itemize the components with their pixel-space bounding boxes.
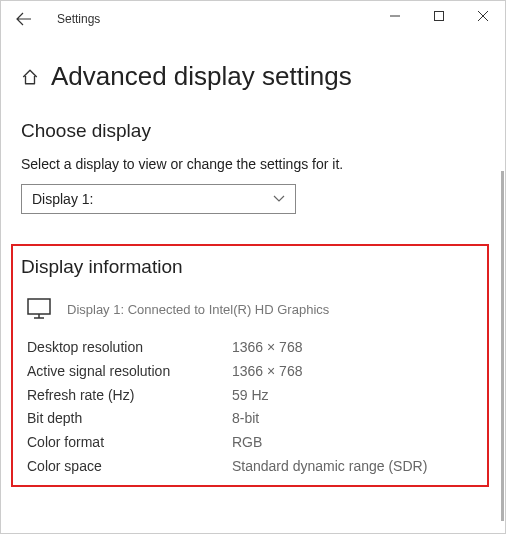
- titlebar: Settings: [1, 1, 505, 37]
- spec-value: 8-bit: [232, 407, 259, 431]
- spec-value: 1366 × 768: [232, 336, 302, 360]
- spec-row: Color formatRGB: [27, 431, 485, 455]
- spec-value: 1366 × 768: [232, 360, 302, 384]
- spec-row: Refresh rate (Hz)59 Hz: [27, 384, 485, 408]
- arrow-left-icon: [16, 11, 32, 27]
- page-title: Advanced display settings: [51, 61, 352, 92]
- close-icon: [478, 11, 488, 21]
- spec-label: Desktop resolution: [27, 336, 232, 360]
- svg-rect-1: [435, 12, 444, 21]
- spec-value: 59 Hz: [232, 384, 269, 408]
- chevron-down-icon: [273, 192, 285, 206]
- monitor-icon: [27, 298, 51, 320]
- spec-row: Bit depth8-bit: [27, 407, 485, 431]
- spec-label: Bit depth: [27, 407, 232, 431]
- choose-display-section: Choose display Select a display to view …: [21, 120, 485, 214]
- maximize-icon: [434, 11, 444, 21]
- spec-row: Color spaceStandard dynamic range (SDR): [27, 455, 485, 479]
- window-title: Settings: [57, 12, 100, 26]
- spec-row: Desktop resolution1366 × 768: [27, 336, 485, 360]
- minimize-icon: [390, 11, 400, 21]
- minimize-button[interactable]: [373, 1, 417, 31]
- spec-value: RGB: [232, 431, 262, 455]
- display-information-heading: Display information: [21, 256, 485, 278]
- maximize-button[interactable]: [417, 1, 461, 31]
- svg-rect-4: [28, 299, 50, 314]
- spec-label: Color space: [27, 455, 232, 479]
- content-area: Advanced display settings Choose display…: [1, 37, 505, 487]
- spec-label: Refresh rate (Hz): [27, 384, 232, 408]
- spec-table: Desktop resolution1366 × 768Active signa…: [27, 336, 485, 479]
- back-button[interactable]: [9, 4, 39, 34]
- spec-label: Color format: [27, 431, 232, 455]
- display-select-value: Display 1:: [32, 191, 93, 207]
- close-button[interactable]: [461, 1, 505, 31]
- scrollbar[interactable]: [501, 171, 504, 521]
- page-header: Advanced display settings: [21, 61, 485, 92]
- window-controls: [373, 1, 505, 31]
- spec-row: Active signal resolution1366 × 768: [27, 360, 485, 384]
- choose-display-description: Select a display to view or change the s…: [21, 156, 485, 172]
- connected-display-text: Display 1: Connected to Intel(R) HD Grap…: [67, 302, 329, 317]
- display-information-section: Display information Display 1: Connected…: [11, 244, 489, 487]
- connected-display-row: Display 1: Connected to Intel(R) HD Grap…: [27, 298, 485, 320]
- spec-label: Active signal resolution: [27, 360, 232, 384]
- display-select[interactable]: Display 1:: [21, 184, 296, 214]
- choose-display-heading: Choose display: [21, 120, 485, 142]
- spec-value: Standard dynamic range (SDR): [232, 455, 427, 479]
- home-icon: [21, 68, 39, 86]
